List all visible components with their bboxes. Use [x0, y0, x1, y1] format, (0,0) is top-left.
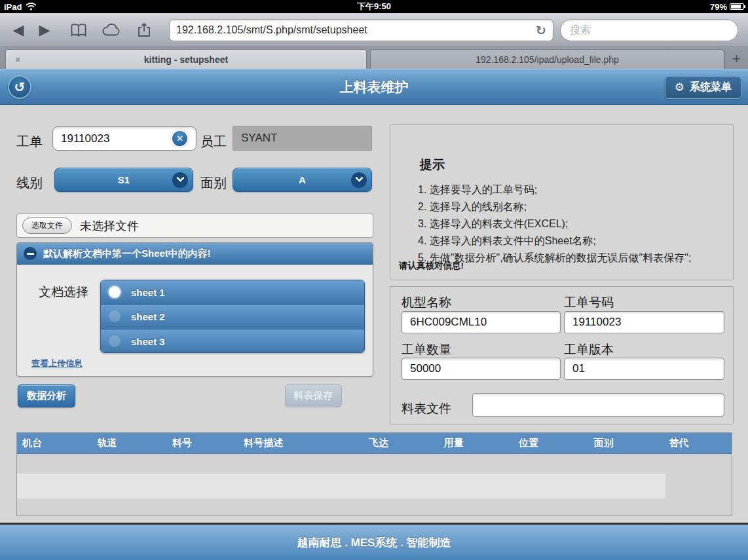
- model-name-label: 机型名称: [402, 294, 451, 311]
- model-name-input-wrap: [402, 311, 561, 333]
- tab-upload-file[interactable]: 192.168.2.105/ipad/upload_file.php: [370, 49, 724, 69]
- col-position: 位置: [514, 433, 589, 453]
- browser-toolbar: ◀ ▶ 192.168.2.105/smt/S.php/smt/setupshe…: [0, 13, 748, 47]
- sheet-file-input[interactable]: [481, 398, 716, 411]
- col-track: 轨道: [92, 433, 168, 453]
- line-value: S1: [118, 174, 130, 185]
- ipad-screen: iPad 下午9:50 79% ◀ ▶: [0, 0, 748, 560]
- order-no-input[interactable]: [572, 316, 716, 329]
- line-label: 线别: [16, 174, 43, 192]
- work-order-input[interactable]: [61, 132, 188, 145]
- side-label: 面别: [200, 174, 227, 192]
- sheet-list: sheet 1 sheet 2 sheet 3: [100, 280, 365, 353]
- wifi-icon: [26, 3, 37, 10]
- collapse-icon[interactable]: [24, 247, 37, 260]
- new-tab-button[interactable]: +: [724, 49, 748, 69]
- tab-label: 192.168.2.105/ipad/upload_file.php: [476, 54, 619, 65]
- data-analyze-button[interactable]: 数据分析: [18, 384, 75, 407]
- sheet-select-panel: 默认解析文档中第一个Sheet中的内容! 文档选择 sheet 1 sheet …: [16, 242, 373, 377]
- bookmarks-button[interactable]: [65, 18, 92, 42]
- search-placeholder: 搜索: [570, 24, 591, 37]
- back-button[interactable]: ◀: [5, 18, 31, 42]
- url-bar[interactable]: 192.168.2.105/smt/S.php/smt/setupsheet ↻: [169, 19, 553, 41]
- search-bar[interactable]: 搜索: [560, 19, 738, 41]
- icloud-tabs-button[interactable]: [98, 18, 124, 42]
- system-menu-label: 系统菜单: [690, 81, 732, 94]
- employee-label: 员工: [200, 133, 227, 151]
- table-header-row: 机台 轨道 料号 料号描述 飞达 用量 位置 面别 替代: [17, 433, 732, 454]
- model-name-input[interactable]: [410, 316, 552, 329]
- undo-icon: ↺: [14, 79, 26, 95]
- footer-text: 越南耐思 . MES系统 . 智能制造: [297, 535, 451, 550]
- tab-label: kitting - setupsheet: [144, 54, 228, 65]
- app-footer: 越南耐思 . MES系统 . 智能制造: [0, 523, 748, 560]
- page-title: 上料表维护: [0, 69, 748, 104]
- radio-selected-icon: [109, 286, 121, 298]
- order-info-panel: 机型名称 工单号码 工单数量 工单版本 料表文件: [390, 286, 734, 424]
- sheet-save-button: 料表保存: [285, 384, 342, 407]
- sheet-file-label: 料表文件: [402, 400, 451, 417]
- hint-item: 2. 选择导入的线别名称;: [418, 198, 691, 215]
- order-qty-input-wrap: [402, 358, 561, 380]
- hint-item: 4. 选择导入的料表文件中的Sheet名称;: [418, 233, 691, 250]
- col-substitute: 替代: [664, 433, 732, 453]
- sheet-panel-header[interactable]: 默认解析文档中第一个Sheet中的内容!: [17, 243, 373, 265]
- hint-item: 1. 选择要导入的工单号码;: [418, 181, 691, 198]
- cloud-icon: [102, 24, 121, 37]
- sheet-file-input-wrap: [472, 393, 724, 417]
- refresh-icon[interactable]: ↻: [536, 23, 546, 38]
- tab-kitting-setupsheet[interactable]: × kitting - setupsheet: [5, 49, 367, 69]
- order-no-input-wrap: [564, 311, 724, 333]
- line-select[interactable]: S1: [54, 168, 193, 192]
- clear-input-button[interactable]: ✕: [171, 130, 189, 147]
- choose-file-button[interactable]: 选取文件: [22, 217, 72, 234]
- system-menu-button[interactable]: ⚙ 系统菜单: [665, 76, 741, 99]
- col-feeder: 飞达: [364, 433, 439, 453]
- hints-title: 提示: [420, 157, 445, 174]
- hints-footer-note: 请认真核对信息!: [399, 260, 464, 272]
- share-icon: [136, 22, 152, 38]
- app-back-button[interactable]: ↺: [8, 75, 31, 99]
- order-qty-input[interactable]: [410, 362, 552, 375]
- sheet-panel-title: 默认解析文档中第一个Sheet中的内容!: [43, 248, 211, 260]
- table-row: [17, 474, 665, 498]
- forward-icon: ▶: [39, 23, 50, 37]
- tab-close-icon[interactable]: ×: [15, 54, 20, 65]
- side-select[interactable]: A: [233, 168, 372, 192]
- forward-button[interactable]: ▶: [31, 18, 58, 42]
- view-upload-info-link[interactable]: 查看上传信息: [31, 358, 83, 369]
- battery-percent: 79%: [710, 2, 727, 12]
- order-qty-label: 工单数量: [402, 341, 451, 358]
- material-table: 机台 轨道 料号 料号描述 飞达 用量 位置 面别 替代: [16, 432, 732, 516]
- hints-list: 1. 选择要导入的工单号码; 2. 选择导入的线别名称; 3. 选择导入的料表文…: [418, 181, 691, 267]
- col-machine: 机台: [17, 433, 92, 453]
- radio-unselected-icon: [109, 335, 121, 347]
- file-input[interactable]: 选取文件 未选择文件: [16, 214, 373, 238]
- chevron-down-icon: [351, 172, 367, 188]
- chevron-down-icon: [172, 172, 188, 188]
- col-side: 面别: [589, 433, 664, 453]
- hints-panel: 提示 1. 选择要导入的工单号码; 2. 选择导入的线别名称; 3. 选择导入的…: [390, 124, 734, 280]
- sheet-option-1[interactable]: sheet 1: [101, 280, 364, 305]
- status-time: 下午9:50: [0, 1, 748, 12]
- col-usage: 用量: [439, 433, 514, 453]
- hint-item: 3. 选择导入的料表文件(EXCEL);: [418, 215, 691, 233]
- gear-icon: ⚙: [675, 82, 684, 93]
- col-part-no: 料号: [167, 433, 238, 453]
- work-order-label: 工单: [16, 133, 43, 151]
- app-header: 上料表维护 ↺ ⚙ 系统菜单: [0, 69, 748, 105]
- doc-select-label: 文档选择: [39, 284, 88, 301]
- battery-icon: [730, 3, 744, 10]
- order-version-input-wrap: [564, 358, 724, 380]
- employee-field: SYANT: [233, 126, 372, 151]
- device-label: iPad: [4, 2, 22, 12]
- sheet-option-3[interactable]: sheet 3: [101, 329, 364, 353]
- url-text: 192.168.2.105/smt/S.php/smt/setupsheet: [176, 24, 536, 36]
- share-button[interactable]: [131, 18, 157, 42]
- sheet-option-2[interactable]: sheet 2: [101, 305, 364, 329]
- radio-unselected-icon: [109, 310, 121, 322]
- tab-bar: × kitting - setupsheet 192.168.2.105/ipa…: [0, 47, 748, 69]
- col-part-desc: 料号描述: [238, 433, 364, 453]
- order-version-input[interactable]: [572, 362, 716, 375]
- book-icon: [70, 23, 87, 37]
